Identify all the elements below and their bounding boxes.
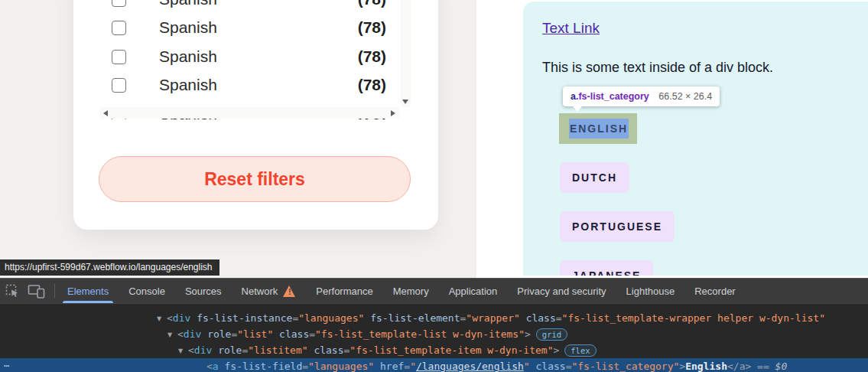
- text-link[interactable]: Text Link: [542, 20, 600, 37]
- checkbox[interactable]: [112, 50, 126, 64]
- inspected-badge-english[interactable]: ENGLISH: [569, 119, 629, 139]
- expand-arrow-icon[interactable]: ▼: [178, 343, 188, 358]
- code-token: role: [207, 328, 231, 340]
- code-token: [364, 312, 370, 324]
- code-token: ": [410, 361, 416, 372]
- code-token: [530, 361, 536, 372]
- devtools-tab-sources[interactable]: Sources: [175, 279, 232, 303]
- tab-label: Privacy and security: [517, 286, 606, 297]
- devtools-code-line[interactable]: ▼<div role="list" class="fs-list_templat…: [0, 326, 868, 342]
- code-token: =: [556, 312, 562, 324]
- expand-arrow-icon[interactable]: ▼: [157, 311, 167, 326]
- devtools-code-line[interactable]: ▼<div role="listitem" class="fs-list_tem…: [0, 342, 868, 358]
- layout-badge[interactable]: flex: [564, 344, 596, 357]
- code-token: a: [213, 361, 219, 372]
- tab-label: Application: [449, 286, 498, 297]
- code-token: [520, 312, 526, 324]
- code-token: fs-list-element: [370, 312, 460, 324]
- filter-count: (78): [330, 18, 386, 37]
- checkbox[interactable]: [112, 0, 126, 7]
- inspect-size-tooltip: a.fs-list_category 66.52 × 26.4: [563, 86, 720, 106]
- code-token: <: [177, 328, 184, 340]
- code-token: "languages": [298, 312, 364, 324]
- tooltip-tag-name: a: [571, 91, 576, 102]
- expand-arrow-icon[interactable]: ▼: [167, 327, 177, 342]
- device-toolbar-icon[interactable]: [28, 284, 45, 299]
- code-token: ": [524, 361, 530, 372]
- devtools-tab-performance[interactable]: Performance: [306, 279, 382, 303]
- devtools-tab-privacy-and-security[interactable]: Privacy and security: [507, 279, 616, 303]
- paragraph-text: This is some text inside of a div block.: [542, 60, 773, 76]
- tooltip-arrow-icon: [572, 106, 583, 112]
- devtools-panel: ElementsConsoleSourcesNetwork!Performanc…: [0, 278, 868, 372]
- tab-label: Network: [242, 286, 278, 297]
- code-token: >: [525, 328, 531, 340]
- code-token: class: [536, 361, 566, 372]
- code-token: English: [685, 361, 727, 372]
- scroll-left-icon[interactable]: [103, 110, 108, 116]
- filter-count: (78): [330, 47, 386, 66]
- language-badge-list: DUTCHPORTUGUESEJAPANESE: [560, 162, 675, 276]
- devtools-tab-memory[interactable]: Memory: [383, 279, 439, 303]
- layout-badge[interactable]: grid: [536, 328, 567, 341]
- filter-row[interactable]: Spanish(78): [73, 0, 438, 13]
- inspect-padding-overlay: ENGLISH: [559, 113, 637, 144]
- toolbar-divider: [54, 284, 55, 298]
- selected-tab-underline: [63, 301, 113, 303]
- screenshot-stage: Spanish(78)Spanish(78)Spanish(78)Spanish…: [0, 0, 868, 372]
- devtools-code-line[interactable]: ⋯<a fs-list-field="languages" href="/lan…: [0, 358, 868, 372]
- devtools-tab-recorder[interactable]: Recorder: [684, 279, 745, 303]
- scroll-down-icon[interactable]: [402, 100, 408, 104]
- devtools-toolbar-icons: [0, 279, 50, 303]
- filter-row[interactable]: Spanish(78): [73, 74, 438, 99]
- tab-label: Lighthouse: [626, 286, 675, 297]
- code-token: class: [526, 312, 556, 324]
- filter-count: (78): [330, 76, 386, 94]
- code-token: "wrapper": [466, 312, 519, 324]
- warning-icon: !: [283, 286, 296, 297]
- more-icon[interactable]: ⋯: [4, 358, 10, 372]
- code-token: [201, 328, 207, 340]
- language-badge[interactable]: PORTUGUESE: [560, 211, 675, 242]
- code-token: [212, 344, 218, 356]
- tooltip-dimensions: 66.52 × 26.4: [658, 91, 712, 102]
- code-token: "fs-list_template-list w-dyn-items": [315, 328, 525, 340]
- language-badge[interactable]: JAPANESE: [560, 260, 653, 276]
- inspect-element-icon[interactable]: [5, 283, 20, 299]
- tab-label: Sources: [185, 286, 222, 297]
- filter-label: Spanish: [159, 76, 217, 94]
- devtools-tab-lighthouse[interactable]: Lighthouse: [616, 279, 685, 303]
- code-token: div: [184, 328, 201, 340]
- filter-count: (78): [330, 0, 386, 8]
- devtools-code-line[interactable]: ▼<div fs-list-instance="languages" fs-li…: [0, 310, 868, 326]
- tab-label: Memory: [393, 286, 429, 297]
- devtools-tab-application[interactable]: Application: [439, 279, 508, 303]
- elements-tree: ▼<div fs-list-instance="languages" fs-li…: [0, 304, 868, 372]
- code-token: div: [173, 312, 190, 324]
- code-token: $0: [775, 361, 788, 372]
- devtools-tab-elements[interactable]: Elements: [57, 279, 119, 303]
- code-token: "list": [237, 328, 273, 340]
- horizontal-scrollbar[interactable]: [99, 107, 399, 119]
- code-token: =: [302, 361, 308, 372]
- scroll-right-icon[interactable]: [391, 110, 395, 116]
- filter-label: Spanish: [159, 0, 217, 8]
- filter-row[interactable]: Spanish(78): [73, 46, 438, 70]
- checkbox[interactable]: [112, 21, 126, 35]
- language-badge[interactable]: DUTCH: [560, 162, 629, 193]
- checkbox[interactable]: [112, 78, 126, 93]
- devtools-tab-console[interactable]: Console: [119, 279, 175, 303]
- tab-label: Performance: [316, 286, 372, 297]
- filter-row[interactable]: Spanish(78): [73, 17, 438, 41]
- code-token: "fs-list_template-wrapper helper w-dyn-l…: [562, 312, 825, 324]
- code-token: class: [314, 344, 343, 356]
- code-token: "listitem": [248, 344, 307, 356]
- reset-filters-button[interactable]: Reset filters: [99, 156, 411, 202]
- code-token: role: [218, 344, 242, 356]
- vertical-scrollbar[interactable]: [401, 0, 411, 107]
- code-token: <: [167, 312, 173, 324]
- code-token: "languages": [308, 361, 374, 372]
- code-token: </a>: [727, 361, 751, 372]
- devtools-tab-network[interactable]: Network!: [232, 279, 307, 303]
- code-token: /languages/english: [416, 361, 524, 372]
